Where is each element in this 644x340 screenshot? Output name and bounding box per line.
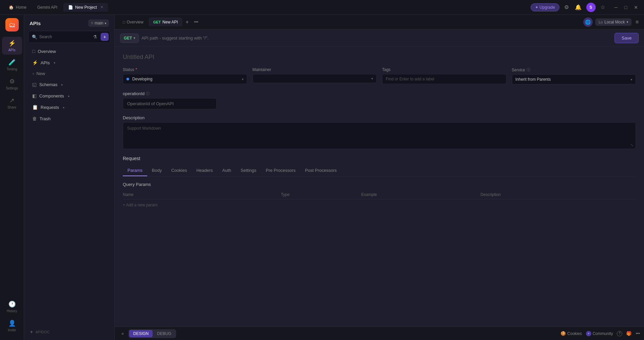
help-icon: ? [617, 331, 622, 336]
mock-selector[interactable]: Lo Local Mock ▾ [595, 18, 632, 26]
help-button[interactable]: ? [617, 331, 622, 336]
more-tabs-button[interactable]: ••• [192, 19, 201, 25]
add-button[interactable]: + [101, 33, 109, 41]
app-logo[interactable]: 🗂 [5, 18, 19, 31]
overview-nav-icon: □ [32, 49, 35, 54]
tab-auth[interactable]: Auth [218, 165, 236, 176]
minimize-button[interactable]: ─ [612, 4, 620, 11]
maintainer-chevron-icon: ▾ [371, 77, 373, 80]
notifications-icon[interactable]: 🔔 [574, 3, 583, 12]
description-area[interactable]: Support Markdown ⤡ [123, 122, 636, 149]
api-title-input[interactable] [123, 54, 636, 61]
more-bottom-button[interactable]: ••• [636, 331, 640, 336]
tab-home[interactable]: 🏠 Home [4, 3, 31, 12]
apidoc-logo-icon: ✦ [30, 329, 34, 335]
params-table: Name Type Example Description + Add a ne… [123, 190, 636, 211]
left-panel: APIs ⑂ main ▾ 🔍 ⚗ + □ Overview ⚡ APIs ▾ … [24, 15, 115, 340]
tab-headers[interactable]: Headers [192, 165, 217, 176]
new-api-item[interactable]: + New [27, 69, 112, 78]
cookies-button[interactable]: 🍪 Cookies [560, 331, 582, 336]
debug-button[interactable]: DEBUG [153, 330, 175, 337]
api-detail: Status * Developing ▾ Maintainer [115, 47, 644, 327]
url-input[interactable] [142, 36, 612, 41]
sidebar-item-history[interactable]: 🕐 History [2, 298, 22, 316]
tags-input[interactable]: Find or Enter to add a label [382, 74, 506, 84]
mock-globe-button[interactable]: 🌐 [583, 17, 593, 27]
nav-item-overview[interactable]: □ Overview [27, 46, 112, 57]
add-param-row[interactable]: + Add a new param [123, 199, 636, 211]
gift-button[interactable]: 🎁 [626, 331, 632, 336]
schemas-expand-icon: ▸ [61, 83, 63, 86]
tab-new-project[interactable]: 📄 New Project ✕ [63, 3, 108, 12]
branch-selector[interactable]: ⑂ main ▾ [88, 19, 109, 27]
main-layout: 🗂 ⚡ APIs 🧪 Testing ⚙ Settings ↗ Share 🕐 … [0, 15, 644, 340]
requests-nav-icon: 📋 [32, 105, 38, 110]
titlebar-right: ✦ Upgrade ⚙ 🔔 S ☆ ─ □ ✕ [531, 3, 640, 12]
sidebar-item-share[interactable]: ↗ Share [2, 94, 22, 112]
upgrade-button[interactable]: ✦ Upgrade [531, 3, 559, 11]
globe-icon: 🌐 [585, 19, 591, 25]
community-button[interactable]: ✦ Community [586, 331, 613, 336]
sidebar-item-testing[interactable]: 🧪 Testing [2, 56, 22, 74]
nav-item-trash[interactable]: 🗑 Trash [27, 113, 112, 124]
nav-item-apis[interactable]: ⚡ APIs ▾ [27, 57, 112, 68]
nav-item-requests[interactable]: 📋 Requests ▸ [27, 102, 112, 113]
query-params-title: Query Params [123, 182, 636, 187]
request-tabs-bar: Params Body Cookies Headers Auth Setting… [123, 165, 636, 177]
apidoc-brand: APIDOC [36, 330, 50, 334]
home-icon: 🏠 [9, 5, 14, 10]
service-chevron-icon: ▾ [631, 78, 632, 81]
search-input[interactable] [39, 35, 90, 39]
sidebar-item-invite[interactable]: 👤 Invite [2, 317, 22, 335]
tab-gemini[interactable]: Gemini API [33, 3, 62, 12]
request-title: Request [123, 156, 636, 161]
more-icon: ••• [636, 331, 640, 336]
close-button[interactable]: ✕ [632, 4, 640, 11]
gift-icon: 🎁 [626, 331, 632, 336]
service-select[interactable]: Inherit from Parents ▾ [512, 74, 636, 84]
tab-pre-processors[interactable]: Pre Processors [261, 165, 300, 176]
toolbar-tab-new-api[interactable]: GET New API [149, 18, 182, 26]
service-label: Service ⓘ [512, 67, 636, 72]
left-panel-header: APIs ⑂ main ▾ [24, 15, 114, 29]
sidebar-item-settings[interactable]: ⚙ Settings [2, 75, 22, 93]
nav-item-schemas[interactable]: ◱ Schemas ▸ [27, 79, 112, 90]
history-icon: 🕐 [8, 300, 16, 308]
star-icon[interactable]: ☆ [599, 3, 606, 12]
mock-chevron-icon: ▾ [627, 20, 628, 24]
sidebar-item-apis[interactable]: ⚡ APIs [2, 37, 22, 55]
tab-post-processors[interactable]: Post Processors [300, 165, 341, 176]
method-select[interactable]: GET ▾ [120, 33, 139, 43]
method-chevron-icon: ▾ [133, 36, 135, 40]
close-tab-icon[interactable]: ✕ [100, 5, 103, 9]
operation-id-section: operationId ⓘ [123, 91, 636, 109]
maintainer-label: Maintainer [253, 67, 377, 72]
status-select[interactable]: Developing ▾ [123, 74, 247, 84]
invite-icon: 👤 [8, 320, 16, 327]
share-icon: ↗ [9, 97, 14, 104]
settings-icon[interactable]: ⚙ [563, 3, 570, 12]
resize-handle-icon[interactable]: ⤡ [630, 143, 634, 147]
tab-body[interactable]: Body [147, 165, 167, 176]
menu-button[interactable]: ≡ [634, 18, 640, 26]
required-indicator: * [136, 67, 137, 72]
back-nav-button[interactable]: « [119, 330, 126, 337]
tab-params[interactable]: Params [123, 165, 147, 176]
icon-sidebar: 🗂 ⚡ APIs 🧪 Testing ⚙ Settings ↗ Share 🕐 … [0, 15, 24, 340]
chevron-down-icon: ▾ [105, 21, 106, 25]
operation-id-help-icon[interactable]: ⓘ [146, 91, 150, 96]
maximize-button[interactable]: □ [623, 4, 629, 11]
operation-id-input[interactable] [123, 98, 217, 109]
tab-cookies[interactable]: Cookies [166, 165, 192, 176]
save-button[interactable]: Save [614, 33, 639, 43]
nav-item-components[interactable]: ◧ Components ▸ [27, 90, 112, 101]
service-help-icon[interactable]: ⓘ [527, 67, 530, 72]
avatar[interactable]: S [586, 3, 596, 12]
add-tab-button[interactable]: + [183, 18, 191, 26]
maintainer-select[interactable]: ▾ [253, 74, 377, 83]
tab-settings[interactable]: Settings [236, 165, 261, 176]
status-field-group: Status * Developing ▾ [123, 67, 247, 84]
design-button[interactable]: DESIGN [129, 330, 153, 337]
toolbar-tab-overview[interactable]: □ Overview [119, 18, 148, 26]
filter-icon[interactable]: ⚗ [92, 33, 99, 41]
